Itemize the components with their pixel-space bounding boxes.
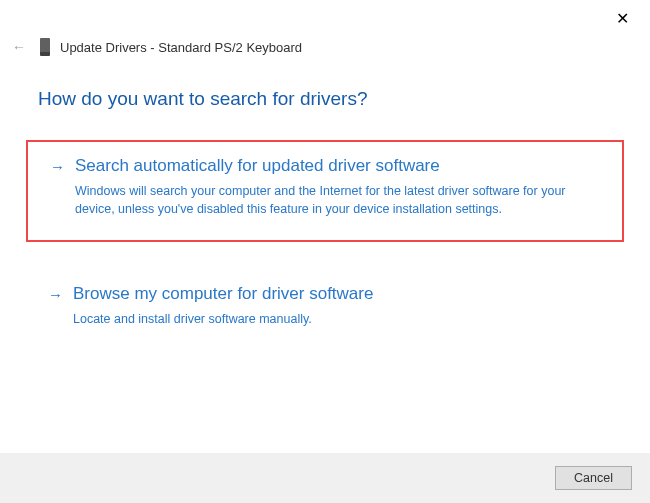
window-title: Update Drivers - Standard PS/2 Keyboard bbox=[60, 40, 302, 55]
options-area: → Search automatically for updated drive… bbox=[0, 110, 650, 350]
option-description: Windows will search your computer and th… bbox=[50, 182, 570, 218]
close-icon: ✕ bbox=[616, 9, 629, 28]
option-title-row: → Browse my computer for driver software bbox=[48, 284, 608, 304]
header-row: ← Update Drivers - Standard PS/2 Keyboar… bbox=[0, 34, 650, 60]
close-button[interactable]: ✕ bbox=[602, 4, 642, 32]
footer: Cancel bbox=[0, 453, 650, 503]
back-button[interactable]: ← bbox=[8, 39, 30, 55]
option-title-row: → Search automatically for updated drive… bbox=[50, 156, 606, 176]
option-search-automatically[interactable]: → Search automatically for updated drive… bbox=[26, 140, 624, 242]
page-heading: How do you want to search for drivers? bbox=[0, 60, 650, 110]
option-title: Search automatically for updated driver … bbox=[75, 156, 440, 176]
cancel-button[interactable]: Cancel bbox=[555, 466, 632, 490]
titlebar: ✕ bbox=[0, 0, 650, 34]
option-description: Locate and install driver software manua… bbox=[48, 310, 568, 328]
arrow-right-icon: → bbox=[50, 158, 65, 175]
device-icon bbox=[40, 38, 50, 56]
arrow-right-icon: → bbox=[48, 286, 63, 303]
option-title: Browse my computer for driver software bbox=[73, 284, 373, 304]
option-browse-computer[interactable]: → Browse my computer for driver software… bbox=[26, 270, 624, 350]
